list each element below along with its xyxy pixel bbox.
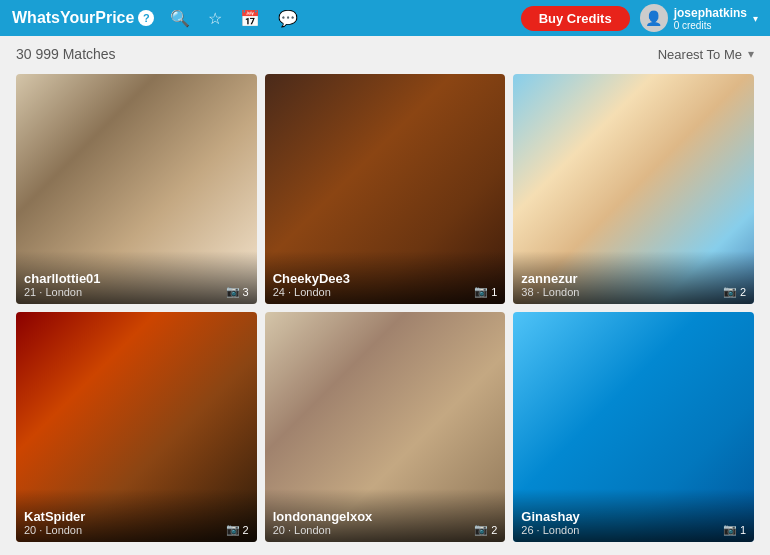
profile-card[interactable]: charllottie0121 · London📷3: [16, 74, 257, 304]
user-credits: 0 credits: [674, 20, 747, 31]
card-overlay: Ginashay26 · London: [513, 489, 754, 542]
card-username: KatSpider: [24, 509, 249, 524]
toolbar: 30 999 Matches Nearest To Me ▾: [16, 46, 754, 62]
photo-count-number: 1: [491, 286, 497, 298]
card-details: 24 · London: [273, 286, 498, 298]
logo-question-icon: ?: [138, 10, 154, 26]
card-overlay: KatSpider20 · London: [16, 489, 257, 542]
card-username: Ginashay: [521, 509, 746, 524]
photo-count-number: 2: [243, 524, 249, 536]
card-details: 20 · London: [24, 524, 249, 536]
camera-icon: 📷: [474, 523, 488, 536]
username: josephatkins: [674, 6, 747, 20]
favorites-icon[interactable]: ☆: [208, 9, 222, 28]
avatar: 👤: [640, 4, 668, 32]
profile-card[interactable]: londonangelxox20 · London📷2: [265, 312, 506, 542]
card-overlay: charllottie0121 · London: [16, 251, 257, 304]
card-details: 20 · London: [273, 524, 498, 536]
card-details: 38 · London: [521, 286, 746, 298]
search-icon[interactable]: 🔍: [170, 9, 190, 28]
chat-icon[interactable]: 💬: [278, 9, 298, 28]
photo-count-number: 2: [740, 286, 746, 298]
user-text: josephatkins 0 credits: [674, 6, 747, 31]
logo[interactable]: WhatsYourPrice ?: [12, 9, 154, 27]
card-username: charllottie01: [24, 271, 249, 286]
card-photo-count: 📷2: [723, 285, 746, 298]
camera-icon: 📷: [474, 285, 488, 298]
photo-count-number: 3: [243, 286, 249, 298]
card-overlay: zannezur38 · London: [513, 251, 754, 304]
calendar-icon[interactable]: 📅: [240, 9, 260, 28]
profile-card[interactable]: KatSpider20 · London📷2: [16, 312, 257, 542]
card-details: 26 · London: [521, 524, 746, 536]
profile-grid: charllottie0121 · London📷3CheekyDee324 ·…: [16, 74, 754, 542]
camera-icon: 📷: [723, 523, 737, 536]
photo-count-number: 2: [491, 524, 497, 536]
nav-icons: 🔍 ☆ 📅 💬: [170, 9, 298, 28]
main-content: 30 999 Matches Nearest To Me ▾ charllott…: [0, 36, 770, 552]
sort-control[interactable]: Nearest To Me ▾: [658, 47, 754, 62]
profile-card[interactable]: Ginashay26 · London📷1: [513, 312, 754, 542]
header: WhatsYourPrice ? 🔍 ☆ 📅 💬 Buy Credits 👤 j…: [0, 0, 770, 36]
card-overlay: londonangelxox20 · London: [265, 489, 506, 542]
card-username: zannezur: [521, 271, 746, 286]
card-details: 21 · London: [24, 286, 249, 298]
logo-text: WhatsYourPrice: [12, 9, 134, 27]
card-photo-count: 📷3: [226, 285, 249, 298]
card-username: londonangelxox: [273, 509, 498, 524]
camera-icon: 📷: [226, 523, 240, 536]
buy-credits-button[interactable]: Buy Credits: [521, 6, 630, 31]
card-photo-count: 📷2: [474, 523, 497, 536]
card-photo-count: 📷1: [723, 523, 746, 536]
camera-icon: 📷: [226, 285, 240, 298]
user-menu[interactable]: 👤 josephatkins 0 credits ▾: [640, 4, 758, 32]
sort-chevron-icon: ▾: [748, 47, 754, 61]
matches-count: 30 999 Matches: [16, 46, 116, 62]
profile-card[interactable]: CheekyDee324 · London📷1: [265, 74, 506, 304]
card-photo-count: 📷1: [474, 285, 497, 298]
header-right: Buy Credits 👤 josephatkins 0 credits ▾: [521, 4, 758, 32]
photo-count-number: 1: [740, 524, 746, 536]
card-overlay: CheekyDee324 · London: [265, 251, 506, 304]
chevron-down-icon: ▾: [753, 13, 758, 24]
camera-icon: 📷: [723, 285, 737, 298]
sort-label: Nearest To Me: [658, 47, 742, 62]
card-photo-count: 📷2: [226, 523, 249, 536]
card-username: CheekyDee3: [273, 271, 498, 286]
profile-card[interactable]: zannezur38 · London📷2: [513, 74, 754, 304]
